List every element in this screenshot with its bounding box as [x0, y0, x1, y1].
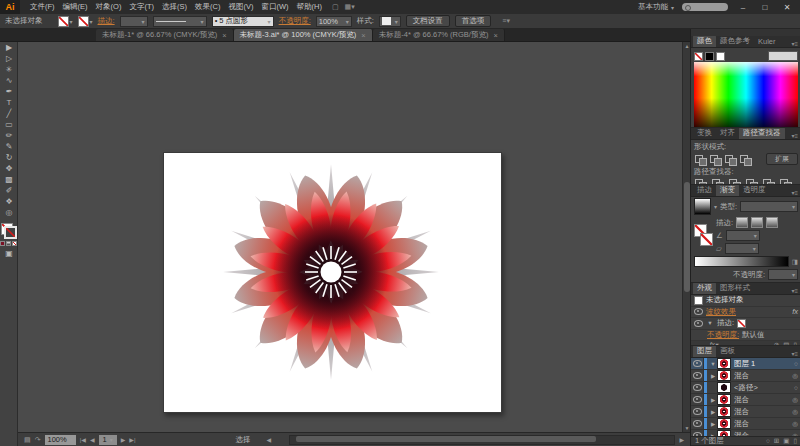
preferences-button[interactable]: 首选项: [455, 15, 492, 27]
new-layer-icon[interactable]: ▣: [783, 437, 789, 445]
trim-button[interactable]: [711, 178, 724, 185]
layer-name[interactable]: 混合: [734, 419, 749, 429]
artboard[interactable]: [163, 152, 502, 413]
prev-artboard-button[interactable]: ◀: [90, 436, 95, 443]
last-artboard-button[interactable]: ▶|: [129, 436, 135, 443]
target-circle-icon[interactable]: ◎: [792, 408, 798, 416]
magic-wand-tool[interactable]: ✳: [0, 64, 18, 75]
tab-gradient[interactable]: 渐变: [716, 185, 739, 196]
tab-kuler[interactable]: Kuler: [754, 36, 780, 47]
expand-caret-icon[interactable]: ▼: [709, 361, 717, 367]
stroke-swatch[interactable]: ▾: [78, 16, 93, 27]
appearance-row-opacity[interactable]: 不透明度: 默认值: [691, 330, 800, 342]
layer-thumbnail[interactable]: [717, 358, 731, 369]
target-circle-icon[interactable]: ○: [794, 360, 798, 367]
layer-row-blend[interactable]: ▶ 混合 ◎: [691, 418, 800, 430]
stroke-color-swatch[interactable]: [4, 226, 17, 239]
none-color-swatch[interactable]: [694, 52, 703, 61]
menu-view[interactable]: 视图(V): [224, 2, 257, 12]
vertical-scrollbar[interactable]: ▲ ▼: [682, 42, 690, 432]
opacity-link[interactable]: 不透明度:: [707, 330, 739, 340]
visibility-eye-icon[interactable]: [694, 308, 703, 315]
artwork-flower[interactable]: [216, 157, 446, 387]
close-button[interactable]: ✕: [780, 3, 794, 12]
workspace-switcher[interactable]: 基本功能 ▾: [638, 2, 674, 12]
opacity-link[interactable]: 不透明度:: [279, 16, 311, 26]
minus-front-button[interactable]: [709, 154, 722, 165]
rotate-tool[interactable]: ↻: [0, 152, 18, 163]
visibility-eye-icon[interactable]: [693, 372, 702, 379]
direct-selection-tool[interactable]: ▷: [0, 53, 18, 64]
merge-button[interactable]: [728, 178, 741, 185]
fill-none-swatch[interactable]: [58, 16, 69, 27]
target-circle-icon[interactable]: ◎: [792, 372, 798, 380]
panel-menu-icon[interactable]: ▾≡: [788, 132, 800, 139]
stroke-gradient-within-button[interactable]: [736, 217, 748, 228]
layer-thumbnail[interactable]: [717, 382, 731, 393]
status-icon-grid[interactable]: ▤: [24, 436, 31, 444]
visibility-eye-icon[interactable]: [693, 384, 702, 391]
gradient-slider[interactable]: [694, 256, 789, 267]
gradient-type-select[interactable]: ▾: [740, 201, 798, 212]
stroke-row-swatch[interactable]: [737, 319, 746, 328]
selection-tool[interactable]: ▶: [0, 42, 18, 53]
visibility-eye-icon[interactable]: [693, 360, 702, 367]
expand-caret-icon[interactable]: ▼: [706, 320, 714, 326]
paintbrush-tool[interactable]: ✏: [0, 130, 18, 141]
layer-name[interactable]: 图层 1: [734, 359, 755, 369]
expand-button[interactable]: 扩展: [766, 153, 798, 165]
visibility-cell[interactable]: [691, 370, 704, 381]
none-mode-button[interactable]: [12, 241, 17, 246]
visibility-cell[interactable]: [691, 382, 704, 393]
target-circle-icon[interactable]: ◎: [792, 396, 798, 404]
pencil-tool[interactable]: ✎: [0, 141, 18, 152]
color-mode-button[interactable]: [0, 241, 5, 246]
status-icon-export[interactable]: ↷: [35, 436, 41, 444]
tab-layers[interactable]: 图层: [693, 346, 716, 357]
appearance-row-effect[interactable]: 波纹效果 fx: [691, 307, 800, 319]
delete-layer-icon[interactable]: ▯: [793, 437, 797, 445]
pen-tool[interactable]: ✒: [0, 86, 18, 97]
visibility-cell[interactable]: [691, 418, 704, 429]
close-tab-icon[interactable]: ×: [493, 31, 497, 40]
layer-thumbnail[interactable]: [717, 418, 731, 429]
new-sublayer-icon[interactable]: ⊞: [774, 437, 779, 445]
effect-link[interactable]: 波纹效果: [706, 307, 736, 317]
panel-menu-icon[interactable]: ▾≡: [788, 40, 800, 47]
layer-row-blend[interactable]: ▶ 混合 ◎: [691, 394, 800, 406]
bridge-icon[interactable]: ▢: [332, 3, 339, 11]
tab-align[interactable]: 对齐: [716, 128, 739, 139]
scroll-left-icon[interactable]: ◀: [267, 436, 272, 443]
panel-align-icon[interactable]: ≡▾: [502, 17, 510, 25]
menu-type[interactable]: 文字(T): [125, 2, 158, 12]
close-tab-icon[interactable]: ×: [222, 31, 226, 40]
gradient-aspect-field[interactable]: ▾: [725, 243, 759, 254]
layer-thumbnail[interactable]: [717, 406, 731, 417]
gradient-fill-stroke-indicator[interactable]: [694, 224, 714, 250]
layer-name[interactable]: <路径>: [734, 383, 758, 393]
layer-row-blend[interactable]: ▶ 混合 ◎: [691, 406, 800, 418]
document-tab[interactable]: 未标题-1* @ 66.67% (CMYK/预览) ×: [96, 29, 234, 41]
layer-name[interactable]: 混合: [734, 407, 749, 417]
appearance-row-stroke[interactable]: ▼ 描边:: [691, 318, 800, 330]
fill-stroke-widget[interactable]: [1, 223, 17, 239]
artboard-number-field[interactable]: 1 ▾: [99, 435, 117, 445]
gradient-opacity-field[interactable]: ▾: [768, 269, 798, 280]
fill-swatch[interactable]: ▾: [58, 16, 73, 27]
make-clipping-mask-icon[interactable]: ○: [766, 437, 770, 445]
panel-menu-icon[interactable]: ▾≡: [788, 350, 800, 357]
menu-file[interactable]: 文件(F): [26, 2, 59, 12]
width-profile-select[interactable]: ▾: [153, 16, 207, 27]
menu-select[interactable]: 选择(S): [158, 2, 191, 12]
black-swatch[interactable]: [705, 52, 714, 61]
stroke-link[interactable]: 描边:: [98, 16, 115, 26]
canvas-pasteboard[interactable]: [18, 42, 682, 432]
crop-button[interactable]: [745, 178, 758, 185]
color-spectrum[interactable]: [694, 62, 798, 128]
visibility-eye-icon[interactable]: [693, 420, 702, 427]
expand-caret-icon[interactable]: ▶: [709, 409, 717, 415]
zoom-level-select[interactable]: 100% ▾: [45, 435, 76, 445]
visibility-cell[interactable]: [691, 406, 704, 417]
visibility-eye-icon[interactable]: [693, 396, 702, 403]
stroke-gradient-across-button[interactable]: [766, 217, 778, 228]
